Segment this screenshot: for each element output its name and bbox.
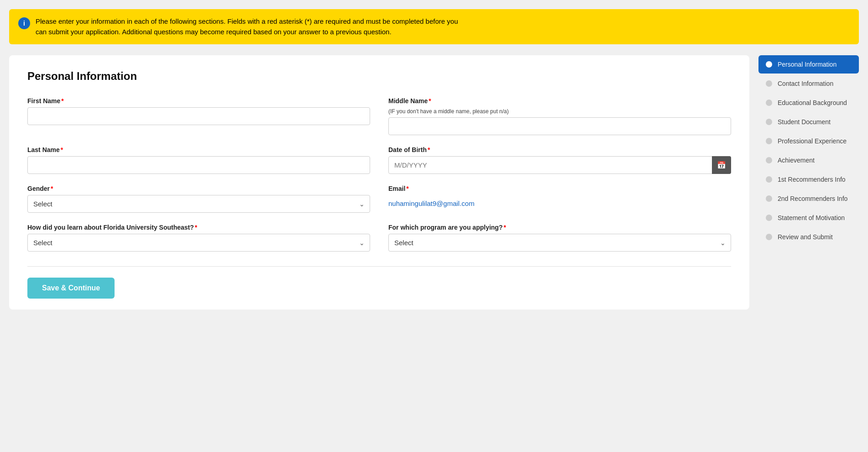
main-layout: Personal Information First Name* Middle … bbox=[9, 55, 859, 310]
alert-text: Please enter your information in each of… bbox=[36, 16, 458, 37]
sidebar-item-personal-info[interactable]: Personal Information bbox=[758, 55, 859, 74]
program-select[interactable]: Select Bachelor of Science Master of Art… bbox=[388, 234, 731, 252]
sidebar-item-contact-info[interactable]: Contact Information bbox=[758, 74, 859, 93]
gender-group: Gender* Select Male Female Other ⌄ bbox=[27, 185, 370, 213]
sidebar-label-review-submit: Review and Submit bbox=[778, 233, 833, 241]
sidebar-dot-1st-recommenders bbox=[766, 176, 772, 183]
sidebar-label-educational-bg: Educational Background bbox=[778, 99, 847, 106]
sidebar-item-2nd-recommenders[interactable]: 2nd Recommenders Info bbox=[758, 189, 859, 208]
dob-input-wrapper: 📅 bbox=[388, 156, 731, 174]
sidebar: Personal Information Contact Information… bbox=[758, 55, 859, 246]
email-value[interactable]: nuhamingulilat9@gmail.com bbox=[388, 195, 731, 207]
program-group: For which program are you applying?* Sel… bbox=[388, 224, 731, 252]
email-group: Email* nuhamingulilat9@gmail.com bbox=[388, 185, 731, 213]
form-title: Personal Information bbox=[27, 70, 731, 83]
sidebar-label-achievement: Achievement bbox=[778, 157, 815, 164]
info-icon: i bbox=[18, 17, 30, 29]
gender-label: Gender* bbox=[27, 185, 370, 192]
last-name-input[interactable] bbox=[27, 156, 370, 174]
dob-group: Date of Birth* 📅 bbox=[388, 146, 731, 174]
middle-name-label: Middle Name* bbox=[388, 97, 731, 105]
gender-select-wrapper: Select Male Female Other ⌄ bbox=[27, 195, 370, 213]
dob-label: Date of Birth* bbox=[388, 146, 731, 153]
dob-input[interactable] bbox=[388, 156, 731, 174]
sidebar-item-1st-recommenders[interactable]: 1st Recommenders Info bbox=[758, 170, 859, 189]
form-divider bbox=[27, 266, 731, 267]
form-panel: Personal Information First Name* Middle … bbox=[9, 55, 749, 310]
sidebar-dot-educational-bg bbox=[766, 100, 772, 106]
middle-name-group: Middle Name* (IF you don't have a middle… bbox=[388, 97, 731, 135]
how-learn-select[interactable]: Select Social Media Friend / Family Webs… bbox=[27, 234, 370, 252]
sidebar-label-professional-exp: Professional Experience bbox=[778, 137, 847, 145]
last-name-group: Last Name* bbox=[27, 146, 370, 174]
first-name-label: First Name* bbox=[27, 97, 370, 105]
how-learn-group: How did you learn about Florida Universi… bbox=[27, 224, 370, 252]
sidebar-dot-student-doc bbox=[766, 119, 772, 125]
how-learn-label: How did you learn about Florida Universi… bbox=[27, 224, 370, 231]
sidebar-label-1st-recommenders: 1st Recommenders Info bbox=[778, 176, 846, 183]
program-select-wrapper: Select Bachelor of Science Master of Art… bbox=[388, 234, 731, 252]
first-name-group: First Name* bbox=[27, 97, 370, 135]
sidebar-item-statement-motivation[interactable]: Statement of Motivation bbox=[758, 209, 859, 227]
sidebar-label-student-doc: Student Document bbox=[778, 118, 831, 126]
sidebar-dot-statement-motivation bbox=[766, 215, 772, 221]
middle-name-hint: (IF you don't have a middle name, please… bbox=[388, 108, 731, 115]
middle-name-input[interactable] bbox=[388, 117, 731, 135]
sidebar-dot-personal-info bbox=[766, 61, 772, 68]
sidebar-dot-achievement bbox=[766, 157, 772, 163]
sidebar-dot-professional-exp bbox=[766, 138, 772, 144]
alert-banner: i Please enter your information in each … bbox=[9, 9, 859, 44]
sidebar-item-student-doc[interactable]: Student Document bbox=[758, 113, 859, 131]
save-continue-button[interactable]: Save & Continue bbox=[27, 278, 115, 299]
sidebar-item-educational-bg[interactable]: Educational Background bbox=[758, 94, 859, 112]
email-label: Email* bbox=[388, 185, 731, 192]
sidebar-dot-2nd-recommenders bbox=[766, 195, 772, 202]
first-name-input[interactable] bbox=[27, 107, 370, 125]
sidebar-label-contact-info: Contact Information bbox=[778, 80, 833, 87]
gender-select[interactable]: Select Male Female Other bbox=[27, 195, 370, 213]
how-learn-select-wrapper: Select Social Media Friend / Family Webs… bbox=[27, 234, 370, 252]
form-grid: First Name* Middle Name* (IF you don't h… bbox=[27, 97, 731, 252]
sidebar-item-review-submit[interactable]: Review and Submit bbox=[758, 228, 859, 246]
sidebar-label-personal-info: Personal Information bbox=[778, 61, 837, 68]
sidebar-label-2nd-recommenders: 2nd Recommenders Info bbox=[778, 195, 847, 202]
sidebar-dot-review-submit bbox=[766, 234, 772, 240]
last-name-label: Last Name* bbox=[27, 146, 370, 153]
sidebar-item-achievement[interactable]: Achievement bbox=[758, 151, 859, 169]
program-label: For which program are you applying?* bbox=[388, 224, 731, 231]
sidebar-dot-contact-info bbox=[766, 80, 772, 87]
sidebar-label-statement-motivation: Statement of Motivation bbox=[778, 214, 845, 221]
calendar-icon-button[interactable]: 📅 bbox=[712, 156, 731, 174]
sidebar-item-professional-exp[interactable]: Professional Experience bbox=[758, 132, 859, 150]
